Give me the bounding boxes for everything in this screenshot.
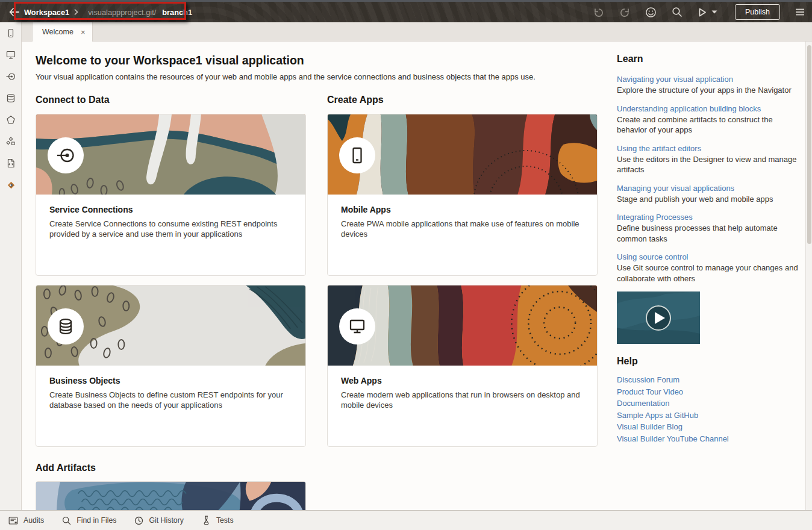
- learn-link[interactable]: Managing your visual applications: [617, 183, 801, 194]
- navigator-rail: [0, 22, 22, 510]
- help-link-visual-builder-blog[interactable]: Visual Builder Blog: [617, 421, 801, 433]
- visual-builder-window: Workspace1 visualappproject.git/ branch1: [0, 0, 812, 530]
- footer-label: Git History: [149, 516, 183, 525]
- abstract-art-blue-squiggles: [36, 482, 305, 510]
- video-thumbnail[interactable]: [617, 292, 700, 344]
- app-header: Workspace1 visualappproject.git/ branch1: [0, 0, 812, 22]
- business-objects-icon: [56, 317, 75, 336]
- audits-icon: [8, 516, 18, 525]
- tab-close-icon[interactable]: ×: [81, 28, 86, 36]
- card-service-connections[interactable]: Service Connections Create Service Conne…: [36, 114, 306, 276]
- run-options-caret-icon[interactable]: [711, 10, 717, 14]
- run-button-group: [698, 7, 717, 17]
- card-art-service-connections: [36, 114, 305, 195]
- search-icon: [62, 516, 71, 525]
- learn-item: Using the artifact editors Use the edito…: [617, 143, 801, 175]
- learn-help-panel: Learn Navigating your visual application…: [617, 54, 801, 444]
- section-heading-create: Create Apps: [327, 95, 598, 105]
- card-web-apps[interactable]: Web Apps Create modern web applications …: [327, 285, 598, 447]
- help-section: Help Discussion Forum Product Tour Video…: [617, 356, 801, 444]
- footer-item-find-in-files[interactable]: Find in Files: [62, 516, 116, 525]
- card-title: Mobile Apps: [341, 205, 584, 214]
- help-heading: Help: [617, 356, 801, 367]
- sidebar-item-mobile-apps[interactable]: [0, 22, 22, 44]
- learn-description: Use Git source control to manage your ch…: [617, 263, 801, 284]
- card-description: Create Service Connections to consume ex…: [49, 219, 292, 239]
- help-link-product-tour-video[interactable]: Product Tour Video: [617, 386, 801, 398]
- footer-label: Tests: [216, 516, 234, 525]
- breadcrumb-repo: visualappproject.git/: [88, 8, 156, 17]
- help-link-discussion-forum[interactable]: Discussion Forum: [617, 374, 801, 386]
- sidebar-item-service-connections[interactable]: [0, 66, 22, 87]
- help-link-visual-builder-youtube[interactable]: Visual Builder YouTube Channel: [617, 433, 801, 445]
- column-create-apps: Create Apps: [327, 95, 598, 447]
- card-add-artifacts[interactable]: [36, 481, 306, 510]
- undo-icon[interactable]: [593, 7, 604, 17]
- sidebar-item-layouts[interactable]: [0, 109, 22, 131]
- learn-description: Explore the structure of your apps in th…: [617, 85, 801, 96]
- card-badge: [339, 308, 375, 344]
- footer-label: Find in Files: [77, 516, 116, 525]
- card-title: Web Apps: [341, 376, 584, 385]
- tab-label: Welcome: [42, 28, 73, 36]
- footer-item-tests[interactable]: Tests: [202, 516, 234, 525]
- card-badge: [339, 137, 375, 173]
- tab-welcome[interactable]: Welcome ×: [32, 22, 93, 42]
- learn-link[interactable]: Using the artifact editors: [617, 143, 801, 154]
- breadcrumb-branch[interactable]: branch1: [162, 8, 192, 17]
- page-title: Welcome to your Workspace1 visual applic…: [36, 54, 304, 67]
- column-connect-to-data: Connect to Data: [36, 95, 306, 510]
- sidebar-item-business-objects[interactable]: [0, 87, 22, 109]
- redo-icon[interactable]: [619, 7, 630, 17]
- header-top-strip: [0, 0, 812, 2]
- service-connections-icon: [56, 146, 75, 165]
- history-clock-icon: [134, 516, 143, 525]
- welcome-page: Welcome to your Workspace1 visual applic…: [22, 42, 805, 510]
- card-title: Business Objects: [49, 376, 292, 385]
- learn-link[interactable]: Understanding application building block…: [617, 104, 801, 114]
- vertical-scrollbar: [805, 42, 812, 510]
- publish-button[interactable]: Publish: [735, 4, 780, 20]
- sidebar-item-components[interactable]: [0, 131, 22, 152]
- card-description: Create modern web applications that run …: [341, 390, 584, 410]
- card-art-business-objects: [36, 285, 305, 366]
- header-actions: Publish: [593, 4, 805, 20]
- run-play-icon[interactable]: [698, 7, 707, 17]
- section-heading-connect: Connect to Data: [36, 95, 306, 105]
- sidebar-item-git[interactable]: [0, 174, 22, 196]
- search-icon[interactable]: [672, 7, 682, 17]
- learn-link[interactable]: Navigating your visual application: [617, 74, 801, 85]
- learn-item: Using source control Use Git source cont…: [617, 252, 801, 284]
- learn-description: Define business processes that help auto…: [617, 223, 801, 244]
- card-description: Create PWA mobile applications that make…: [341, 219, 584, 239]
- card-badge: [48, 137, 84, 173]
- feedback-smiley-icon[interactable]: [645, 7, 657, 18]
- card-title: Service Connections: [49, 205, 292, 214]
- card-business-objects[interactable]: Business Objects Create Business Objects…: [36, 285, 306, 447]
- learn-heading: Learn: [617, 54, 801, 64]
- tests-flask-icon: [202, 516, 211, 525]
- editor-tab-bar: Welcome ×: [22, 22, 812, 42]
- learn-item: Managing your visual applications Stage …: [617, 183, 801, 205]
- card-mobile-apps[interactable]: Mobile Apps Create PWA mobile applicatio…: [327, 114, 598, 276]
- sidebar-item-web-apps[interactable]: [0, 44, 22, 66]
- status-footer: Audits Find in Files Git History Tests: [0, 510, 812, 530]
- learn-link[interactable]: Using source control: [617, 252, 801, 263]
- back-arrow-icon[interactable]: [7, 5, 20, 19]
- card-description: Create Business Objects to define custom…: [49, 390, 292, 410]
- breadcrumb-workspace[interactable]: Workspace1: [24, 8, 69, 17]
- learn-item: Navigating your visual application Explo…: [617, 74, 801, 96]
- learn-description: Create and combine artifacts to construc…: [617, 114, 801, 136]
- web-apps-icon: [348, 317, 367, 336]
- sidebar-item-source-view[interactable]: [0, 152, 22, 174]
- footer-item-audits[interactable]: Audits: [8, 516, 44, 525]
- help-link-sample-apps-github[interactable]: Sample Apps at GitHub: [617, 410, 801, 422]
- scrollbar-thumb[interactable]: [807, 45, 811, 244]
- learn-link[interactable]: Integrating Processes: [617, 212, 801, 223]
- menu-icon[interactable]: [795, 8, 805, 16]
- footer-item-git-history[interactable]: Git History: [134, 516, 183, 525]
- help-link-documentation[interactable]: Documentation: [617, 398, 801, 410]
- card-art-web-apps: [328, 285, 597, 366]
- mobile-apps-icon: [348, 146, 367, 165]
- card-badge: [48, 308, 84, 344]
